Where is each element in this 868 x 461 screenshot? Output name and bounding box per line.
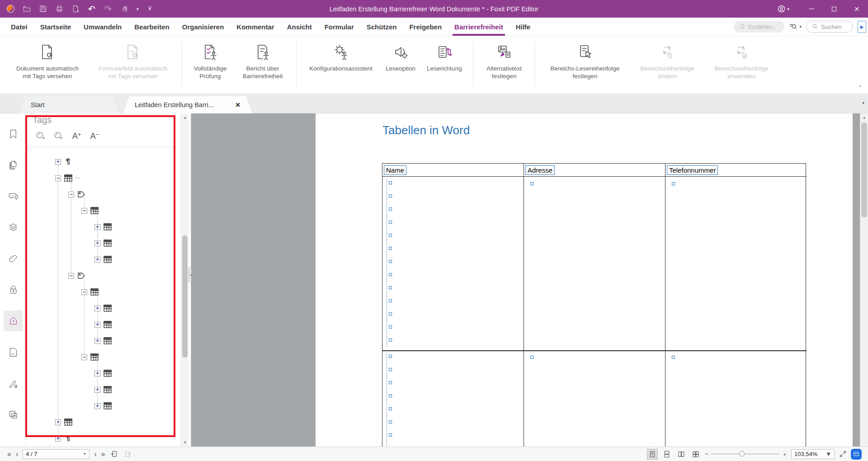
tree-item-p[interactable]: + ¶ [26,430,181,447]
narrate-input[interactable]: Erzählen.. [734,21,784,33]
print-icon[interactable] [54,4,64,14]
redo-icon[interactable]: ↷ [103,4,113,14]
menu-tab-hilfe[interactable]: Hilfe [509,18,537,36]
advanced-search-button[interactable]: ▾ [789,23,802,31]
next-view-button[interactable] [123,450,132,459]
tree-item-thead[interactable]: − [26,186,181,202]
expand-node-icon[interactable]: + [94,403,100,409]
tab-list-chevron-icon[interactable]: ▾ [862,100,864,105]
menu-tab-kommentar[interactable]: Kommentar [230,18,280,36]
scroll-up-icon[interactable]: ▲ [860,115,868,120]
first-page-button[interactable]: « [7,450,11,458]
document-tab-start[interactable]: Start [19,96,119,113]
collapse-ribbon-button[interactable]: ⌃ [858,85,863,91]
single-page-view-button[interactable] [647,449,658,460]
sidebar-tags-button[interactable] [4,310,23,331]
sidebar-pages-button[interactable] [4,155,23,175]
tree-item-tr[interactable]: − [26,202,181,219]
continuous-view-button[interactable] [661,449,672,460]
sidebar-attachment-button[interactable] [4,248,23,269]
tree-item-tr[interactable]: − [26,284,181,300]
scroll-down-icon[interactable]: ▼ [181,440,189,445]
tree-item-th[interactable]: + [26,235,181,251]
tree-item-th[interactable]: + [26,365,181,381]
collapse-node-icon[interactable]: − [55,175,61,181]
ribbon-button-leserichtung[interactable]: Leserichtung [420,41,468,72]
zoom-in-button[interactable]: ＋ [782,450,788,458]
ribbon-button-dokument-automatisch[interactable]: Dokument automatischmit Tags versehen [6,41,89,80]
next-page-button[interactable]: › [94,450,96,458]
menu-tab-barrierefreiheit[interactable]: Barrierefreiheit [448,18,509,36]
tree-item-th[interactable]: + [26,251,181,268]
undo-icon[interactable]: ↶ [87,4,97,14]
tree-item-td[interactable]: + [26,316,181,333]
menu-tab-bearbeiten[interactable]: Bearbeiten [128,18,176,36]
account-menu[interactable]: ▾ [776,4,789,14]
tree-item-table[interactable]: + [26,414,181,430]
grid-view-button[interactable] [690,449,701,460]
last-page-button[interactable]: » [101,450,105,458]
tree-item-tbody[interactable]: − [26,268,181,284]
minimize-button[interactable] [800,0,823,18]
collapse-all-button[interactable]: A⁻ [90,131,100,141]
sidebar-bookmark-button[interactable] [4,123,23,144]
facing-view-button[interactable] [676,449,687,460]
document-scrollbar[interactable]: ▲ [860,113,868,447]
close-button[interactable]: ✕ [845,0,868,18]
zoom-slider[interactable]: − ＋ [705,450,788,458]
ribbon-button-alternativtext[interactable]: Alternativtextfestlegen [478,41,530,80]
collapse-node-icon[interactable]: − [68,273,74,279]
menu-tab-datei[interactable]: Datei [5,18,34,36]
close-tab-icon[interactable]: ✕ [235,101,241,108]
expand-node-icon[interactable]: + [55,419,61,425]
maximize-button[interactable] [823,0,845,18]
collapse-node-icon[interactable]: − [68,192,74,198]
menu-tab-organisieren[interactable]: Organisieren [176,18,231,36]
tree-item-th[interactable]: + [26,219,181,235]
previous-view-button[interactable] [109,450,118,459]
zoom-slider-knob[interactable] [739,451,745,456]
fullscreen-button[interactable] [838,450,847,459]
tags-panel-scrollbar[interactable]: ▲ ▼ [181,113,189,447]
ribbon-button-konfigurationsassistent[interactable]: Konfigurationsassistent [301,41,381,72]
menu-tab-schützen[interactable]: Schützen [360,18,403,36]
menu-tab-umwandeln[interactable]: Umwandeln [77,18,128,36]
menu-tab-ansicht[interactable]: Ansicht [281,18,318,36]
open-folder-icon[interactable] [22,4,32,14]
search-input[interactable]: Suchen [806,21,853,33]
menu-overflow-button[interactable]: ▶ [858,21,866,33]
scroll-up-icon[interactable]: ▲ [181,115,189,120]
expand-node-icon[interactable]: + [94,371,100,376]
collapse-node-icon[interactable]: − [81,354,87,360]
page-number-input[interactable]: 4 / 7 ▼ [23,449,90,459]
tree-item-td[interactable]: + [26,381,181,398]
sidebar-signature-button[interactable] [4,373,23,394]
zoom-slider-track[interactable] [711,454,779,454]
expand-node-icon[interactable]: + [94,240,100,246]
tree-item-table[interactable]: − [26,170,181,186]
sidebar-layers-button[interactable] [4,217,23,238]
menu-tab-startseite[interactable]: Startseite [34,18,77,36]
expand-node-icon[interactable]: + [55,436,61,442]
zoom-out-button[interactable]: − [705,451,708,457]
sidebar-content-button[interactable] [4,404,23,425]
customize-toolbar-icon[interactable]: ▼ [145,4,155,14]
tree-item-td[interactable]: + [26,333,181,349]
document-tab-active[interactable]: Leitfaden Erstellung Barri...✕ [123,96,252,113]
expand-node-icon[interactable]: + [94,322,100,328]
expand-node-icon[interactable]: + [94,224,100,230]
tree-item-td[interactable]: + [26,398,181,414]
scrollbar-thumb[interactable] [182,235,188,358]
menu-tab-freigeben[interactable]: Freigeben [403,18,448,36]
foxit-logo-icon[interactable] [5,4,15,14]
expand-node-icon[interactable]: + [94,338,100,344]
collapse-tag-button[interactable] [53,131,64,141]
menu-tab-formular[interactable]: Formular [318,18,360,36]
ribbon-button-leseoption[interactable]: Leseoption [381,41,420,72]
expand-node-icon[interactable]: + [94,257,100,263]
chevron-down-icon[interactable]: ▾ [137,7,139,11]
expand-node-icon[interactable]: + [94,387,100,393]
expand-tag-button[interactable] [35,131,46,141]
hand-tool-icon[interactable] [119,4,129,14]
new-page-icon[interactable] [71,4,80,14]
